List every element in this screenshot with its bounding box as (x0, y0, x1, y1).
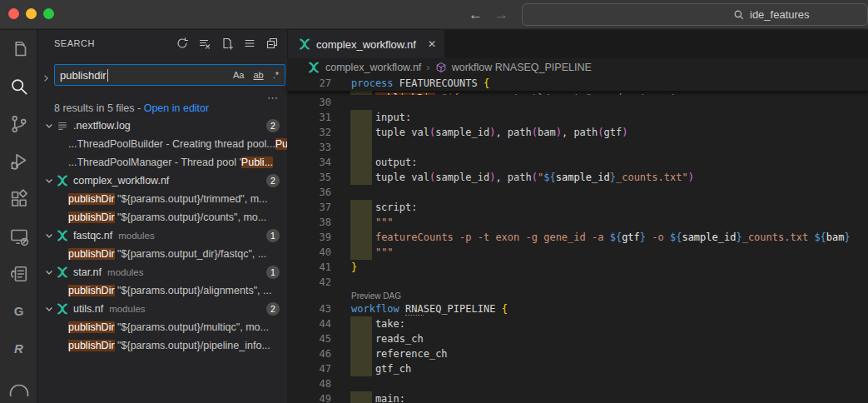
line-number: 42 (287, 276, 331, 288)
view-as-list-icon[interactable] (241, 35, 258, 52)
open-in-editor-link[interactable]: Open in editor (144, 102, 210, 114)
search-result-file-row[interactable]: fastqc.nfmodules1 (37, 226, 287, 245)
search-result-file-row[interactable]: complex_workflow.nf2 (37, 172, 287, 190)
search-result-match-row[interactable]: publishDir "${params.output}/multiqc", m… (37, 318, 287, 336)
code-line[interactable]: 49 main: (287, 391, 868, 403)
line-number: 43 (287, 303, 331, 315)
search-input[interactable]: publishdir Aaab.* (54, 64, 285, 86)
notebook-icon[interactable] (0, 255, 37, 292)
clear-search-results-icon[interactable] (196, 35, 213, 52)
text-cursor (107, 69, 108, 82)
chevron-down-icon[interactable] (42, 267, 56, 277)
nextflow-file-icon (56, 266, 69, 279)
chevron-down-icon[interactable] (42, 121, 56, 131)
search-result-file-row[interactable]: utils.nfmodules2 (37, 300, 287, 318)
search-query-text: publishdir (60, 69, 108, 82)
file-name: complex_workflow.nf (73, 175, 169, 187)
code-line[interactable]: 46 reference_ch (287, 346, 868, 361)
account-icon[interactable] (0, 367, 37, 403)
command-center-query: ide_features (750, 8, 810, 21)
close-tab-icon[interactable]: ✕ (428, 38, 436, 50)
search-result-match-row[interactable]: publishDir "${params.output}/counts", mo… (37, 208, 287, 226)
code-line[interactable]: 43workflow RNASEQ_PIPELINE { (287, 301, 868, 316)
refresh-icon[interactable] (174, 35, 191, 52)
breadcrumb-file[interactable]: complex_workflow.nf (325, 62, 421, 73)
code-area: 3031 input:32 tuple val(sample_id), path… (287, 95, 868, 403)
line-number: 30 (287, 97, 331, 108)
code-line[interactable]: 38 """ (287, 215, 868, 230)
open-new-search-editor-icon[interactable] (219, 35, 236, 52)
gitlens-icon[interactable]: G (0, 292, 37, 330)
source-control-icon[interactable] (0, 105, 37, 142)
search-result-match-row[interactable]: ...ThreadPoolManager - Thread pool 'Publ… (37, 153, 287, 172)
ide-window: ← → ide_features GR SEARCH publishdir Aa… (0, 0, 868, 403)
match-case-toggle[interactable]: Aa (231, 69, 246, 81)
search-result-file-row[interactable]: star.nfmodules1 (37, 263, 287, 281)
tab-complex-workflow[interactable]: complex_workflow.nf ✕ (288, 30, 445, 58)
match-count-badge: 2 (266, 302, 280, 316)
editor-group: complex_workflow.nf ✕ complex_workflow.n… (287, 30, 868, 403)
code-line[interactable]: 41} (287, 260, 868, 275)
sticky-scroll-line[interactable]: 27process FEATURECOUNTS { (287, 76, 868, 91)
match-text: ...ThreadPoolBuilder - Creating thread p… (68, 138, 287, 150)
line-number: 35 (287, 172, 331, 183)
activity-bar: GR (0, 30, 37, 403)
clipped-code-line[interactable]: publishDir "${params.output}/counts", mo… (287, 91, 868, 95)
code-line[interactable]: 40 """ (287, 245, 868, 260)
zoom-window-button[interactable] (43, 8, 54, 19)
run-debug-icon[interactable] (0, 142, 37, 180)
line-number: 33 (287, 142, 331, 153)
search-result-match-row[interactable]: publishDir "${params.output}/alignments"… (37, 281, 287, 300)
chevron-down-icon[interactable] (42, 304, 56, 314)
code-line[interactable]: 48 (287, 376, 868, 391)
sticky-code-line[interactable]: 27process FEATURECOUNTS { (287, 76, 868, 91)
match-text: publishDir "${params.output}/trimmed", m… (68, 193, 268, 205)
code-line[interactable]: 39 featureCounts -p -t exon -g gene_id -… (287, 230, 868, 245)
log-file-icon (56, 120, 69, 132)
breadcrumb-symbol[interactable]: workflow RNASEQ_PIPELINE (452, 62, 592, 73)
file-path-hint: modules (107, 267, 143, 277)
search-result-match-row[interactable]: ...ThreadPoolBuilder - Creating thread p… (37, 135, 287, 153)
code-line[interactable]: 33 (287, 140, 868, 155)
explorer-icon[interactable] (0, 30, 37, 67)
chevron-down-icon[interactable] (42, 176, 56, 186)
whole-word-toggle[interactable]: ab (251, 69, 265, 81)
close-window-button[interactable] (8, 8, 19, 19)
file-path-hint: modules (109, 304, 145, 314)
code-line[interactable]: 44 take: (287, 316, 868, 331)
code-line[interactable]: 31 input: (287, 110, 868, 125)
line-number: 27 (287, 77, 331, 89)
search-result-match-row[interactable]: publishDir "${params.output}/trimmed", m… (37, 190, 287, 208)
command-center-search[interactable]: ide_features (522, 3, 868, 26)
search-result-match-row[interactable]: publishDir "${params.output_dir}/fastqc"… (37, 245, 287, 263)
toggle-search-details-icon[interactable]: ⋯ (267, 92, 279, 104)
minimize-window-button[interactable] (26, 8, 37, 19)
line-number: 37 (287, 202, 331, 213)
code-line[interactable]: 37 script: (287, 200, 868, 215)
r-language-icon[interactable]: R (0, 330, 37, 367)
code-line[interactable]: 34 output: (287, 155, 868, 170)
history-forward-button[interactable]: → (494, 7, 508, 23)
code-line[interactable]: 47 gtf_ch (287, 361, 868, 376)
search-results-tree: .nextflow.log2...ThreadPoolBuilder - Cre… (37, 117, 287, 355)
chevron-down-icon[interactable] (42, 231, 56, 241)
nextflow-file-icon (307, 61, 320, 74)
search-result-file-row[interactable]: .nextflow.log2 (37, 117, 287, 135)
extensions-icon[interactable] (0, 180, 37, 217)
nextflow-file-icon (56, 302, 69, 316)
search-icon[interactable] (0, 67, 37, 105)
preview-dag-codelens[interactable]: Preview DAG (351, 291, 401, 301)
history-back-button[interactable]: ← (469, 7, 483, 23)
code-line[interactable]: 36 (287, 185, 868, 200)
codelens-row: Preview DAG (287, 290, 868, 301)
code-line[interactable]: 30 (287, 95, 868, 110)
search-result-match-row[interactable]: publishDir "${params.output}/pipeline_in… (37, 336, 287, 355)
code-line[interactable]: 35 tuple val(sample_id), path("${sample_… (287, 170, 868, 185)
code-line[interactable]: 32 tuple val(sample_id), path(bam), path… (287, 125, 868, 140)
collapse-all-icon[interactable] (264, 35, 280, 52)
toggle-replace-chevron-icon[interactable] (41, 67, 52, 89)
use-regex-toggle[interactable]: .* (271, 69, 280, 81)
remote-explorer-icon[interactable] (0, 217, 37, 255)
code-line[interactable]: 45 reads_ch (287, 331, 868, 346)
code-line[interactable]: 42 (287, 275, 868, 290)
